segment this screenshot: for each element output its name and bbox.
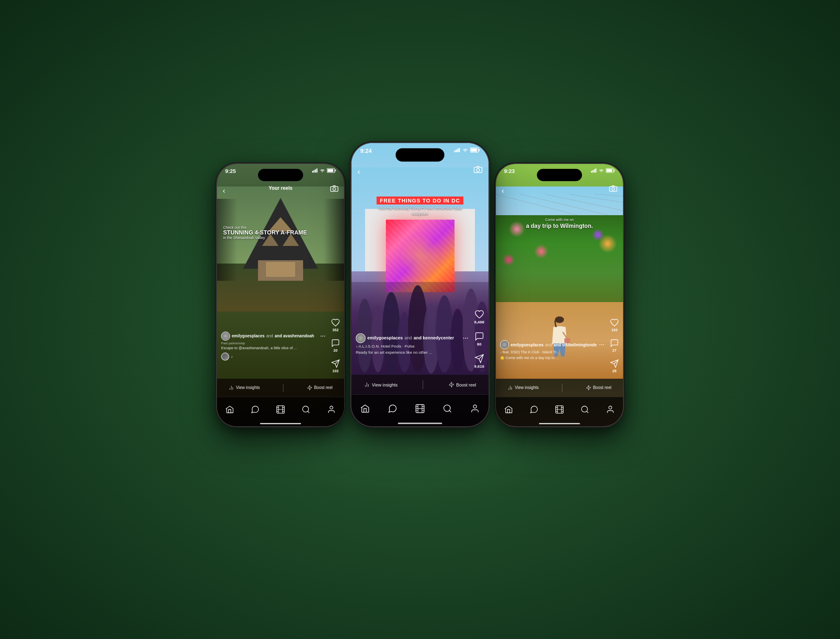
svg-rect-6 — [266, 262, 295, 277]
comment-group[interactable]: 20 — [331, 339, 340, 352]
status-icons — [454, 147, 480, 152]
svg-rect-54 — [614, 169, 615, 171]
nav-search[interactable] — [580, 405, 590, 414]
home-icon — [360, 403, 370, 413]
title-big: STUNNING 4-STORY A-FRAME — [223, 230, 324, 236]
like-group[interactable]: 193 — [610, 318, 619, 332]
comment-group[interactable]: 27 — [610, 339, 619, 352]
caption-text: 🌟 Come with me on a day trip to ... — [500, 356, 605, 361]
boost-reel-button[interactable]: Boost reel — [448, 381, 476, 387]
nav-home[interactable] — [225, 405, 235, 414]
nav-reels[interactable] — [276, 405, 285, 414]
phone-3-title: Come with me on a day trip to Wilmington… — [518, 217, 600, 230]
view-insights-button[interactable]: View insights — [507, 385, 539, 391]
like-group[interactable]: 352 — [331, 318, 340, 332]
nav-reels[interactable] — [415, 403, 425, 414]
svg-rect-31 — [457, 148, 459, 152]
back-button[interactable]: ‹ — [502, 186, 504, 195]
svg-rect-9 — [315, 169, 316, 173]
button-divider — [283, 384, 283, 392]
nav-profile[interactable] — [470, 403, 480, 414]
phone-1-screen: 9:25 Your reels ‹ — [217, 164, 344, 426]
signal-icon — [454, 148, 460, 152]
view-insights-button[interactable]: View insights — [364, 381, 397, 387]
time-display: 9:25 — [225, 168, 236, 174]
username: emilygoesplaces — [232, 334, 265, 338]
boost-reel-button[interactable]: Boost reel — [307, 385, 333, 391]
back-button[interactable]: ‹ — [358, 167, 360, 177]
title-small: Come with me on — [518, 217, 600, 223]
svg-rect-8 — [314, 170, 315, 173]
insights-icon — [228, 385, 234, 391]
comment-group[interactable]: 80 — [475, 331, 484, 346]
svg-rect-52 — [596, 168, 597, 173]
status-icons — [591, 168, 615, 173]
camera-button[interactable] — [474, 166, 483, 175]
svg-point-39 — [444, 405, 450, 411]
svg-rect-29 — [454, 150, 455, 152]
caption-text: Ready for an art experience like no othe… — [356, 350, 468, 355]
likes-count: 193 — [611, 328, 617, 332]
nav-home[interactable] — [360, 403, 370, 414]
phone-1-title: Check out this STUNNING 4-STORY A-FRAME … — [223, 225, 324, 240]
share-group[interactable]: 102 — [331, 359, 340, 373]
battery-icon — [606, 168, 615, 173]
nav-reels[interactable] — [555, 405, 564, 414]
boost-reel-button[interactable]: Boost reel — [586, 385, 612, 391]
shares-count: 102 — [332, 369, 338, 373]
music-note: ♪ — [231, 355, 233, 359]
nav-profile[interactable] — [605, 405, 615, 414]
more-options[interactable]: ··· — [463, 335, 469, 341]
share-group[interactable]: 28 — [610, 359, 619, 373]
collab-user: and avashenandoah — [275, 334, 314, 338]
nav-profile[interactable] — [326, 405, 336, 414]
svg-rect-12 — [335, 169, 336, 171]
svg-point-57 — [612, 187, 615, 190]
title-sub: in the Shenandoah Valley — [223, 236, 324, 240]
share-group[interactable]: 9,616 — [474, 353, 484, 368]
comments-count: 80 — [477, 342, 482, 346]
profile-icon — [470, 403, 480, 413]
phone-1: 9:25 Your reels ‹ — [217, 164, 344, 426]
nav-search[interactable] — [442, 403, 453, 414]
camera-button[interactable] — [609, 185, 617, 193]
nav-messages[interactable] — [529, 405, 539, 414]
svg-point-15 — [333, 187, 336, 190]
nav-messages[interactable] — [387, 403, 398, 414]
view-insights-label: View insights — [372, 382, 398, 387]
more-options[interactable]: ··· — [320, 333, 326, 339]
battery-icon — [470, 147, 480, 152]
more-options[interactable]: ··· — [599, 342, 605, 348]
svg-rect-7 — [312, 171, 313, 173]
action-buttons-bar: View insights Boost reel — [352, 375, 489, 394]
comments-count: 20 — [333, 348, 338, 352]
wifi-icon — [320, 168, 325, 173]
search-icon — [580, 405, 589, 414]
nav-home[interactable] — [504, 405, 514, 414]
svg-line-45 — [594, 194, 623, 196]
view-insights-label: View insights — [515, 385, 539, 390]
phones-container: 9:25 Your reels ‹ — [217, 164, 623, 475]
camera-button[interactable] — [330, 185, 338, 193]
svg-rect-50 — [593, 170, 594, 173]
svg-point-60 — [609, 406, 612, 409]
svg-rect-35 — [471, 148, 477, 152]
nav-search[interactable] — [301, 405, 311, 414]
username-row: emilygoesplaces and and kennedycenter ··… — [356, 333, 468, 343]
view-insights-label: View insights — [236, 385, 260, 390]
phone-3-screen: 9:23 ‹ Come with me on a day trip to Wi — [496, 164, 623, 426]
nav-bar — [496, 397, 623, 426]
svg-point-59 — [582, 406, 588, 412]
svg-rect-51 — [594, 169, 595, 173]
view-insights-button[interactable]: View insights — [228, 385, 260, 391]
profile-icon — [606, 405, 615, 414]
avatar — [356, 333, 365, 343]
status-icons — [312, 168, 336, 173]
back-button[interactable]: ‹ — [223, 186, 225, 195]
comment-icon — [475, 331, 484, 341]
nav-messages[interactable] — [250, 405, 260, 414]
like-group[interactable]: 8,498 — [474, 309, 484, 324]
reel-info: emilygoesplaces and and visitwilmingtond… — [500, 340, 605, 360]
boost-reel-label: Boost reel — [314, 385, 333, 390]
svg-line-43 — [545, 194, 623, 210]
